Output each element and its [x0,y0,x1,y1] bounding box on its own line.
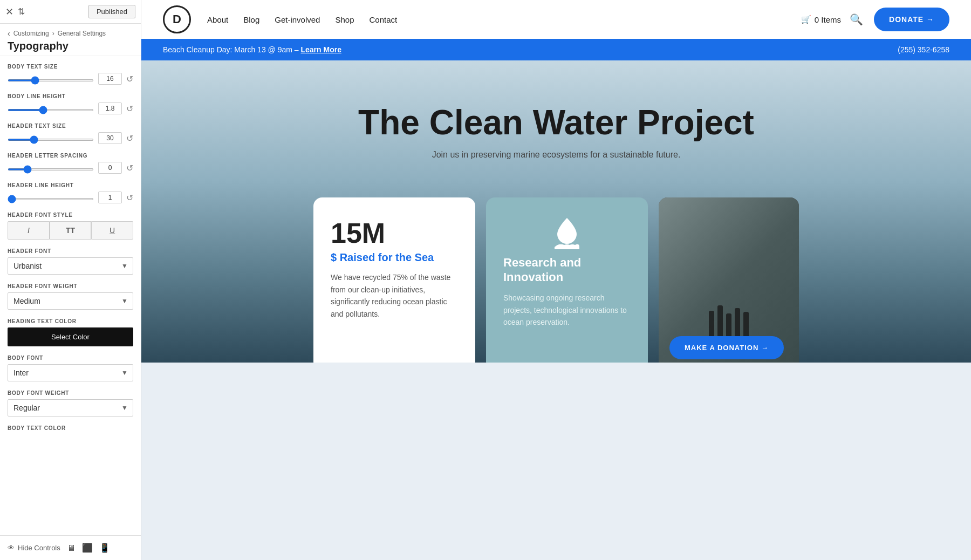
cart-icon: 🛒 [801,15,811,24]
header-line-height-label: HEADER LINE HEIGHT [8,182,133,188]
header-text-size-slider[interactable] [8,139,94,141]
body-font-weight-select[interactable]: Thin Light Regular Medium Semi Bold Bold [8,399,133,416]
body-font-weight-group: BODY FONT WEIGHT Thin Light Regular Medi… [8,390,133,416]
nav-blog[interactable]: Blog [243,15,259,24]
donation-card: MAKE A DONATION → [659,197,799,363]
body-text-color-group: BODY TEXT COLOR [8,425,133,431]
hero-title: The Clean Water Project [358,104,754,141]
body-font-label: BODY FONT [8,355,133,361]
body-line-height-group: BODY LINE HEIGHT ↺ [8,93,133,114]
heading-color-select-button[interactable]: Select Color [8,327,133,346]
published-button[interactable]: Published [88,5,135,18]
header-letter-spacing-reset[interactable]: ↺ [126,163,133,173]
underline-button[interactable]: U [91,221,133,240]
header-font-weight-label: HEADER FONT WEIGHT [8,283,133,289]
body-text-size-row: ↺ [8,73,133,85]
card-number: 15M [331,217,458,249]
header-text-size-input[interactable] [98,132,122,144]
body-line-height-slider[interactable] [8,109,94,111]
header-letter-spacing-slider[interactable] [8,168,94,170]
header-font-group: HEADER FONT Urbanist Roboto Open Sans La… [8,248,133,275]
panel-top-bar: ✕ ⇅ Published [0,0,141,24]
italic-button[interactable]: I [8,221,50,240]
hide-controls-button[interactable]: 👁 Hide Controls [8,544,60,552]
announcement-bar: Beach Cleanup Day: March 13 @ 9am – Lear… [141,39,971,60]
breadcrumb-parent: Customizing [13,30,49,37]
innovation-card: Research and Innovation Showcasing ongoi… [486,197,648,363]
header-font-weight-group: HEADER FONT WEIGHT Thin Light Regular Me… [8,283,133,310]
announcement-text: Beach Cleanup Day: March 13 @ 9am – Lear… [163,45,341,54]
body-line-height-reset[interactable]: ↺ [126,104,133,114]
panel-title: Typography [8,40,133,52]
body-font-weight-label: BODY FONT WEIGHT [8,390,133,396]
header-font-style-label: HEADER FONT STYLE [8,212,133,218]
card-heading: Research and Innovation [503,256,631,284]
body-line-height-row: ↺ [8,103,133,114]
body-line-height-label: BODY LINE HEIGHT [8,93,133,99]
breadcrumb-page: General Settings [58,30,106,37]
bold-button[interactable]: TT [50,221,92,240]
header-line-height-reset[interactable]: ↺ [126,193,133,203]
body-font-select-wrap: Inter Roboto Open Sans Lato Montserrat ▼ [8,364,133,381]
announcement-link[interactable]: Learn More [300,45,341,54]
header-font-style-group: HEADER FONT STYLE I TT U [8,212,133,240]
header-text-size-group: HEADER TEXT SIZE ↺ [8,123,133,144]
site-preview: D About Blog Get-involved Shop Contact 🛒… [141,0,971,560]
header-letter-spacing-input[interactable] [98,162,122,174]
donate-button[interactable]: DONATE → [874,8,949,31]
swap-button[interactable]: ⇅ [18,6,25,17]
body-text-size-input[interactable] [98,73,122,85]
header-letter-spacing-group: HEADER LETTER SPACING ↺ [8,153,133,174]
announcement-message: Beach Cleanup Day: March 13 @ 9am – [163,45,299,54]
mobile-view-button[interactable]: 📱 [99,543,110,553]
hero-subtitle: Join us in preserving marine ecosystems … [358,150,754,160]
header-text-size-row: ↺ [8,132,133,144]
header-text-size-reset[interactable]: ↺ [126,133,133,144]
breadcrumb-separator: › [52,30,54,37]
body-text-size-label: BODY TEXT SIZE [8,64,133,70]
close-button[interactable]: ✕ [5,6,13,18]
header-line-height-input[interactable] [98,192,122,203]
body-text-size-group: BODY TEXT SIZE ↺ [8,64,133,85]
header-font-weight-select-wrap: Thin Light Regular Medium Semi Bold Bold… [8,292,133,310]
site-navigation: D About Blog Get-involved Shop Contact 🛒… [141,0,971,39]
heading-text-color-label: HEADING TEXT COLOR [8,318,133,324]
desktop-view-button[interactable]: 🖥 [67,543,76,553]
header-text-size-label: HEADER TEXT SIZE [8,123,133,129]
body-font-select[interactable]: Inter Roboto Open Sans Lato Montserrat [8,364,133,381]
heading-text-color-group: HEADING TEXT COLOR Select Color [8,318,133,346]
body-text-color-label: BODY TEXT COLOR [8,425,133,431]
stat-card: 15M $ Raised for the Sea We have recycle… [313,197,475,363]
hide-controls-label: Hide Controls [18,544,60,552]
bottom-controls: 👁 Hide Controls 🖥 ⬛ 📱 [0,535,141,560]
body-text-size-reset[interactable]: ↺ [126,74,133,84]
header-line-height-row: ↺ [8,192,133,203]
back-button[interactable]: ‹ [8,29,10,38]
hero-content: The Clean Water Project Join us in prese… [358,104,754,181]
tablet-view-button[interactable]: ⬛ [82,543,93,553]
nav-shop[interactable]: Shop [335,15,354,24]
nav-links: About Blog Get-involved Shop Contact [207,15,801,24]
header-font-select-wrap: Urbanist Roboto Open Sans Lato Montserra… [8,257,133,275]
header-letter-spacing-row: ↺ [8,162,133,174]
cart-count: 0 Items [815,15,841,24]
header-letter-spacing-label: HEADER LETTER SPACING [8,153,133,159]
nav-about[interactable]: About [207,15,228,24]
header-font-select[interactable]: Urbanist Roboto Open Sans Lato Montserra… [8,257,133,275]
breadcrumb: ‹ Customizing › General Settings [8,29,133,38]
card-body-text: Showcasing ongoing research projects, te… [503,292,631,328]
body-text-size-slider[interactable] [8,79,94,81]
panel-settings: BODY TEXT SIZE ↺ BODY LINE HEIGHT ↺ [0,56,141,535]
site-logo: D [163,5,191,33]
header-font-weight-select[interactable]: Thin Light Regular Medium Semi Bold Bold [8,292,133,310]
nav-get-involved[interactable]: Get-involved [275,15,320,24]
make-donation-button[interactable]: MAKE A DONATION → [669,336,784,359]
hero-section: The Clean Water Project Join us in prese… [141,60,971,363]
search-icon[interactable]: 🔍 [850,13,863,26]
announcement-phone: (255) 352-6258 [898,45,949,54]
body-line-height-input[interactable] [98,103,122,114]
header-line-height-slider[interactable] [8,198,94,200]
nav-contact[interactable]: Contact [370,15,398,24]
cart-area[interactable]: 🛒 0 Items [801,15,841,24]
card-amount: $ Raised for the Sea [331,251,458,264]
